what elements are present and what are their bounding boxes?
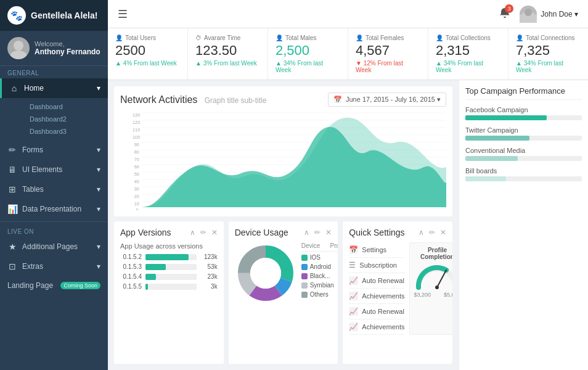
user-menu[interactable]: John Doe ▾ xyxy=(520,6,578,23)
bar-row-1: 0.1.5.3 53k xyxy=(120,263,218,270)
campaign-billboards-name: Bill boards xyxy=(465,167,582,175)
sidebar-sub-dashboard[interactable]: Dashboard xyxy=(22,101,108,113)
qs-item-achievements2[interactable]: 📈Achievements xyxy=(349,319,404,335)
sidebar-item-forms[interactable]: ✏ Forms ▾ xyxy=(0,140,108,160)
chevron-icon: ▾ xyxy=(97,146,100,154)
ios-name: IOS xyxy=(310,254,334,261)
bar-rows: 0.1.5.2 123k 0.1.5.3 53k 0.1.5.4 xyxy=(120,253,218,290)
sidebar-item-tables[interactable]: ⊞ Tables ▾ xyxy=(0,179,108,199)
svg-text:40: 40 xyxy=(134,179,139,184)
svg-text:130: 130 xyxy=(133,112,140,118)
collapse-icon[interactable]: ∧ xyxy=(190,228,195,237)
bar-fill-3 xyxy=(145,284,148,290)
bar-row-2: 0.1.5.4 23k xyxy=(120,273,218,280)
bar-value-3: 3k xyxy=(200,283,218,290)
sidebar-sub-dashboard2[interactable]: Dashboard2 xyxy=(22,113,108,125)
stat-total-collections: 👤Total Collections 2,315 ▲ 34% From last… xyxy=(428,28,508,80)
sidebar-item-data-presentation[interactable]: 📊 Data Presentation ▾ xyxy=(0,199,108,219)
device-row-others: Others 30% xyxy=(301,291,338,298)
males-icon: 👤 xyxy=(276,35,283,41)
ios-pct: 30% xyxy=(337,254,338,261)
females-icon: 👤 xyxy=(356,35,363,41)
svg-point-43 xyxy=(250,258,281,289)
main-area: ☰ 3 John Doe ▾ 👤Total Users 2500 ▲ 4% Fr… xyxy=(108,0,588,370)
chart-section: Network Activities Graph title sub-title… xyxy=(114,86,452,216)
avatar xyxy=(7,37,30,59)
svg-text:Jan 02: Jan 02 xyxy=(198,209,211,210)
quick-settings-panel: Quick Settings ∧ ✏ ✕ 📅Settings ☰Subscrip… xyxy=(343,221,452,364)
welcome-text: Welcome, xyxy=(35,40,100,47)
sidebar-brand[interactable]: 🐾 Gentellela Alela! xyxy=(0,0,108,31)
bar-fill-2 xyxy=(145,274,156,280)
device-table: Device Progress IOS 30% Android xyxy=(301,242,338,300)
qs-item-settings[interactable]: 📅Settings xyxy=(349,242,404,258)
bar-label-1: 0.1.5.3 xyxy=(120,263,142,270)
chevron-icon: ▾ xyxy=(97,185,100,194)
campaign-conventional-bar xyxy=(465,156,518,161)
collapse-icon[interactable]: ∧ xyxy=(304,228,309,237)
close-icon[interactable]: ✕ xyxy=(440,228,446,237)
qs-item-subscription[interactable]: ☰Subscription xyxy=(349,258,404,273)
svg-text:Jan 06: Jan 06 xyxy=(400,209,414,210)
notification-button[interactable]: 3 xyxy=(499,7,511,21)
chart-area: 130 120 110 100 90 80 70 60 50 40 30 20 … xyxy=(120,112,446,210)
svg-text:110: 110 xyxy=(133,127,140,133)
android-dot xyxy=(301,264,308,270)
campaign-item-twitter: Twitter Campaign xyxy=(465,126,582,141)
svg-text:10: 10 xyxy=(134,201,139,207)
qs-item-auto-renewal[interactable]: 📈Auto Renewal xyxy=(349,273,404,289)
symbian-name: Symbian xyxy=(310,282,334,289)
symbian-pct: 15% xyxy=(337,282,338,289)
right-sidebar: Top Campaign Performance Facebook Campai… xyxy=(459,80,588,370)
menu-icon[interactable]: ☰ xyxy=(118,7,128,21)
bar-label-0: 0.1.5.2 xyxy=(120,253,142,260)
subscription-icon: ☰ xyxy=(349,261,356,269)
chart-title: Network Activities xyxy=(120,94,197,105)
qs-list: 📅Settings ☰Subscription 📈Auto Renewal 📈A… xyxy=(349,242,404,335)
divider xyxy=(0,221,108,222)
sidebar-item-landing[interactable]: Landing Page Coming Soon xyxy=(0,276,108,295)
collections-icon: 👤 xyxy=(436,35,443,41)
edit-icon[interactable]: ✏ xyxy=(200,228,206,237)
sidebar-item-additional-pages[interactable]: ★ Additional Pages ▾ xyxy=(0,237,108,257)
svg-text:Jan 01: Jan 01 xyxy=(147,209,161,210)
svg-text:Jan 04: Jan 04 xyxy=(299,209,313,210)
col-progress: Progress xyxy=(330,242,338,249)
bar-fill-0 xyxy=(145,254,189,260)
stat-change-time: ▲ 3% From last Week xyxy=(195,60,260,67)
close-icon[interactable]: ✕ xyxy=(211,228,218,237)
stat-change-connections: ▲ 34% From last Week xyxy=(516,60,581,73)
topbar-username: John Doe ▾ xyxy=(541,10,578,18)
device-row-blackberry: Black... 20% xyxy=(301,273,338,279)
sidebar-item-ui-elements[interactable]: 🖥 UI Elements ▾ xyxy=(0,160,108,179)
bar-chart-subtitle: App Usage across versions xyxy=(120,242,218,250)
tables-icon: ⊞ xyxy=(7,184,17,194)
live-section-label: LIVE ON xyxy=(0,224,108,237)
collapse-icon[interactable]: ∧ xyxy=(419,228,424,237)
sidebar-sub-dashboard3[interactable]: Dashboard3 xyxy=(22,125,108,138)
svg-text:90: 90 xyxy=(134,142,139,147)
bar-row-3: 0.1.5.5 3k xyxy=(120,283,218,290)
sidebar-sub-items: Dashboard Dashboard2 Dashboard3 xyxy=(0,98,108,140)
qs-item-achievements[interactable]: 📈Achievements xyxy=(349,289,404,304)
svg-text:100: 100 xyxy=(133,134,140,140)
bar-track-1 xyxy=(145,264,197,270)
svg-text:70: 70 xyxy=(134,157,139,162)
svg-text:120: 120 xyxy=(133,120,140,125)
campaign-item-conventional: Conventional Media xyxy=(465,147,582,161)
edit-icon[interactable]: ✏ xyxy=(429,228,435,237)
svg-line-44 xyxy=(437,270,446,287)
edit-icon[interactable]: ✏ xyxy=(314,228,321,237)
svg-point-0 xyxy=(14,41,23,51)
others-name: Others xyxy=(310,291,334,298)
area-chart-svg: 130 120 110 100 90 80 70 60 50 40 30 20 … xyxy=(120,112,446,210)
close-icon[interactable]: ✕ xyxy=(325,228,332,237)
sidebar-item-home[interactable]: ⌂ Home ▾ xyxy=(0,78,108,98)
brand-icon: 🐾 xyxy=(7,6,26,25)
date-picker[interactable]: 📅 June 17, 2015 - July 16, 2015 ▾ xyxy=(328,92,446,107)
stat-change-collections: ▲ 34% From last Week xyxy=(436,60,500,73)
sidebar-item-extras[interactable]: ⊡ Extras ▾ xyxy=(0,257,108,276)
qs-item-auto-renewal2[interactable]: 📈Auto Renewal xyxy=(349,304,404,319)
svg-text:Jan 03: Jan 03 xyxy=(248,209,262,210)
connections-icon: 👤 xyxy=(516,35,523,41)
